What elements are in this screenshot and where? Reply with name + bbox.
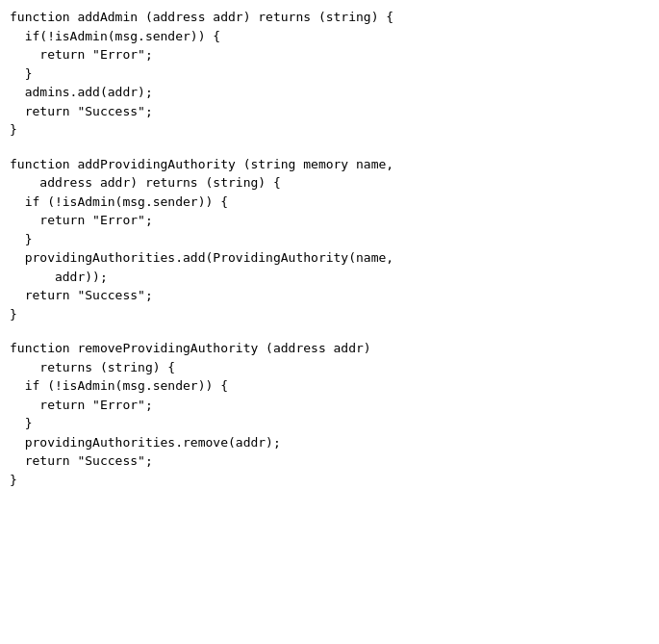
code-block-1: function addAdmin (address addr) returns…: [10, 8, 649, 140]
code-block-3: function removeProvidingAuthority (addre…: [10, 339, 649, 489]
code-section-3: function removeProvidingAuthority (addre…: [10, 339, 649, 489]
code-section-1: function addAdmin (address addr) returns…: [10, 8, 649, 140]
code-editor: function addAdmin (address addr) returns…: [10, 8, 649, 489]
code-section-2: function addProvidingAuthority (string m…: [10, 155, 649, 324]
code-block-2: function addProvidingAuthority (string m…: [10, 155, 649, 324]
